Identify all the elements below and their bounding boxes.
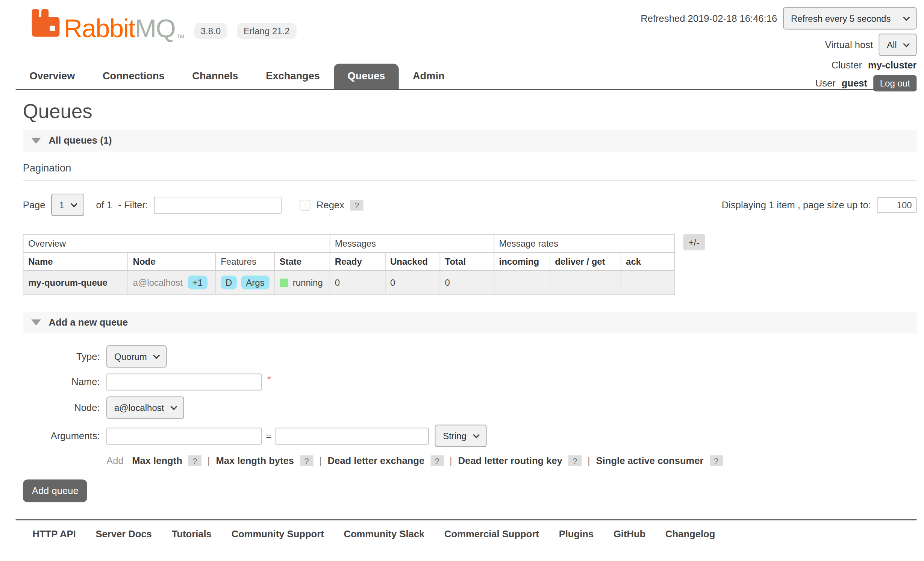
- incoming-rate: [494, 270, 550, 294]
- logout-button[interactable]: Log out: [873, 75, 916, 91]
- footer-link-github[interactable]: GitHub: [613, 529, 645, 540]
- queue-name-input[interactable]: [106, 374, 262, 391]
- dead-letter-exchange-help-button[interactable]: ?: [430, 455, 444, 466]
- tab-admin[interactable]: Admin: [399, 64, 458, 89]
- quick-arg-dead-letter-routing-key[interactable]: Dead letter routing key: [458, 455, 562, 466]
- regex-checkbox[interactable]: [300, 199, 311, 210]
- column-deliver-get[interactable]: deliver / get: [550, 252, 621, 270]
- node-row: Node: a@localhost: [23, 396, 917, 418]
- argument-key-input[interactable]: [106, 428, 262, 444]
- footer-link-http-api[interactable]: HTTP API: [32, 529, 76, 540]
- triangle-down-icon: [31, 138, 41, 144]
- column-name[interactable]: Name: [23, 252, 128, 270]
- footer-link-server-docs[interactable]: Server Docs: [95, 529, 151, 540]
- regex-label: Regex: [317, 199, 344, 210]
- max-length-bytes-help-button[interactable]: ?: [300, 455, 313, 466]
- group-message-rates: Message rates: [494, 234, 674, 252]
- main-content: Queues All queues (1) Pagination Page 1 …: [0, 100, 924, 502]
- column-toggle-button[interactable]: +/-: [683, 234, 705, 250]
- unacked-count: 0: [385, 270, 440, 294]
- filter-label: - Filter:: [118, 199, 148, 210]
- quick-arg-max-length[interactable]: Max length: [132, 455, 182, 466]
- user-line: User guest Log out: [815, 75, 917, 91]
- column-total[interactable]: Total: [440, 252, 494, 270]
- column-node[interactable]: Node: [128, 252, 216, 270]
- queue-node-select[interactable]: a@localhost: [106, 396, 184, 418]
- tab-queues[interactable]: Queues: [334, 64, 399, 89]
- footer-link-community-slack[interactable]: Community Slack: [344, 529, 424, 540]
- footer-link-community-support[interactable]: Community Support: [232, 529, 324, 540]
- filter-input[interactable]: [154, 196, 282, 213]
- add-queue-button[interactable]: Add queue: [23, 479, 88, 502]
- regex-help-button[interactable]: ?: [350, 199, 364, 210]
- page-number-select[interactable]: 1: [52, 194, 84, 216]
- separator: |: [588, 455, 590, 466]
- tab-connections[interactable]: Connections: [89, 64, 178, 89]
- refresh-interval-select[interactable]: Refresh every 5 seconds: [783, 7, 916, 29]
- virtual-host-line: Virtual host All: [825, 34, 917, 56]
- type-label: Type:: [23, 351, 100, 362]
- footer-link-commercial-support[interactable]: Commercial Support: [444, 529, 539, 540]
- quick-arg-single-active-consumer[interactable]: Single active consumer: [596, 455, 704, 466]
- column-ready[interactable]: Ready: [330, 252, 385, 270]
- cluster-line: Cluster my-cluster: [832, 60, 917, 71]
- queue-name-link[interactable]: my-quorum-queue: [23, 270, 128, 294]
- node-name: a@localhost: [133, 277, 183, 288]
- queue-state-cell: running: [274, 270, 330, 294]
- group-messages: Messages: [330, 234, 494, 252]
- durable-badge: D: [221, 276, 237, 290]
- argument-type-select[interactable]: String: [435, 425, 486, 447]
- argument-type-value: String: [443, 431, 467, 441]
- cluster-label: Cluster: [832, 60, 862, 71]
- column-incoming[interactable]: incoming: [494, 252, 550, 270]
- page-title: Queues: [23, 100, 917, 123]
- queue-node-value: a@localhost: [114, 402, 164, 412]
- refreshed-timestamp: Refreshed 2019-02-18 16:46:16: [641, 13, 777, 24]
- queues-table-wrap: Overview Messages Message rates Name Nod…: [23, 234, 917, 295]
- chevron-down-icon: [170, 403, 177, 410]
- page-size-group: Displaying 1 item , page size up to:: [722, 197, 917, 213]
- queue-type-select[interactable]: Quorum: [106, 345, 167, 367]
- separator: |: [319, 455, 322, 466]
- wordmark: RabbitMQ: [64, 16, 176, 42]
- all-queues-section-toggle[interactable]: All queues (1): [23, 130, 917, 152]
- dead-letter-routing-key-help-button[interactable]: ?: [568, 455, 582, 466]
- virtual-host-select[interactable]: All: [879, 34, 916, 56]
- pagination-divider: [23, 180, 917, 180]
- chevron-down-icon: [473, 431, 479, 438]
- footer-link-plugins[interactable]: Plugins: [559, 529, 594, 540]
- quick-arg-dead-letter-exchange[interactable]: Dead letter exchange: [328, 455, 425, 466]
- argument-value-input[interactable]: [276, 428, 429, 444]
- state-text: running: [293, 277, 323, 288]
- queue-type-value: Quorum: [114, 351, 147, 361]
- arguments-label: Arguments:: [23, 431, 100, 441]
- erlang-badge: Erlang 21.2: [237, 23, 296, 39]
- column-state[interactable]: State: [274, 252, 330, 270]
- arguments-row: Arguments: = String: [23, 425, 917, 447]
- header-status-block: Refreshed 2019-02-18 16:46:16 Refresh ev…: [641, 7, 916, 91]
- arguments-badge: Args: [241, 276, 269, 290]
- equals-sign: =: [266, 431, 271, 441]
- pagination-controls: Page 1 of 1 - Filter: Regex ? Displaying…: [23, 194, 917, 216]
- queue-node-cell: a@localhost +1: [128, 270, 216, 294]
- column-unacked[interactable]: Unacked: [385, 252, 440, 270]
- footer-link-tutorials[interactable]: Tutorials: [172, 529, 212, 540]
- tab-channels[interactable]: Channels: [179, 64, 252, 89]
- page-size-input[interactable]: [877, 197, 917, 213]
- green-square-icon: [280, 278, 288, 287]
- max-length-help-button[interactable]: ?: [188, 455, 201, 466]
- rabbitmq-logo[interactable]: RabbitMQ TM: [31, 8, 184, 41]
- add-queue-section-toggle[interactable]: Add a new queue: [23, 312, 917, 334]
- queues-table: Overview Messages Message rates Name Nod…: [23, 234, 675, 295]
- required-marker: *: [267, 374, 271, 387]
- footer-link-changelog[interactable]: Changelog: [665, 529, 715, 540]
- column-features: Features: [216, 252, 274, 270]
- single-active-consumer-help-button[interactable]: ?: [710, 455, 723, 466]
- quick-arg-max-length-bytes[interactable]: Max length bytes: [216, 455, 294, 466]
- column-ack[interactable]: ack: [621, 252, 674, 270]
- quick-arguments-row: Add Max length ? | Max length bytes ? | …: [106, 455, 916, 466]
- chevron-down-icon: [70, 200, 77, 207]
- tab-overview[interactable]: Overview: [16, 64, 89, 89]
- brand-mq: MQ: [135, 14, 176, 43]
- tab-exchanges[interactable]: Exchanges: [252, 64, 334, 89]
